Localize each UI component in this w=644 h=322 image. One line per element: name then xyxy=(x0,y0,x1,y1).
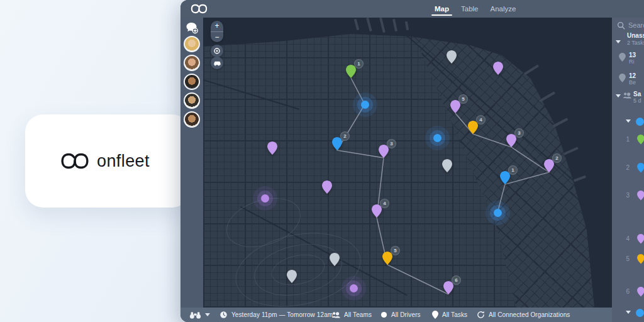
stop-number-badge: 2 xyxy=(552,153,562,163)
team-row-title[interactable]: Sa xyxy=(633,91,641,97)
driver-location-dot[interactable] xyxy=(361,101,369,109)
zoom-control: + − xyxy=(211,21,223,42)
onfleet-wordmark: onfleet xyxy=(97,152,150,171)
stop-order-number: 4 xyxy=(622,235,630,242)
stop-number-badge: 1 xyxy=(354,59,364,69)
driver-avatar-3[interactable] xyxy=(184,74,200,90)
traffic-toggle-button[interactable] xyxy=(211,57,223,69)
stop-pin-blue[interactable] xyxy=(637,163,644,175)
driver-dot-icon xyxy=(380,311,387,318)
new-message-add-icon[interactable] xyxy=(185,22,199,34)
driver-row-caret-icon[interactable] xyxy=(626,311,631,314)
stop-number-badge: 5 xyxy=(391,246,400,255)
tasks-filter-label: All Tasks xyxy=(442,311,467,318)
tab-analyze[interactable]: Analyze xyxy=(489,0,518,18)
task-dot-marker[interactable] xyxy=(350,284,358,292)
stop-number-badge: 2 xyxy=(340,131,350,141)
unassigned-task-count: 2 Tasks xyxy=(627,40,644,46)
drivers-filter-label: All Drivers xyxy=(391,311,421,318)
task-pin-icon xyxy=(619,53,626,62)
filter-bar: Yesterday 11pm — Tomorrow 12am All Teams… xyxy=(180,308,612,322)
task-row-subtitle: Be xyxy=(629,79,636,86)
stop-order-number: 6 xyxy=(622,288,630,295)
stop-pin-purple[interactable] xyxy=(637,287,644,299)
onfleet-infinity-logo-small xyxy=(191,4,208,14)
visibility-filter-button[interactable] xyxy=(189,308,210,322)
task-row-subtitle: Ri xyxy=(629,58,635,65)
stop-order-number: 3 xyxy=(622,192,630,199)
search-icon xyxy=(617,21,625,30)
stop-number-badge: 1 xyxy=(508,165,518,175)
task-dot-marker[interactable] xyxy=(261,194,269,203)
team-icon xyxy=(623,92,631,99)
top-bar: Map Table Analyze xyxy=(180,0,644,18)
driver-row-caret-icon[interactable] xyxy=(626,119,631,123)
binoculars-icon xyxy=(189,311,201,319)
unassigned-section-title[interactable]: Unassigned xyxy=(627,32,644,39)
team-row-subtitle: 5 d xyxy=(633,97,641,104)
task-row-title[interactable]: 13 xyxy=(629,52,636,58)
task-panel: Search Unassigned 2 Tasks 13 Ri 12 Be Sa… xyxy=(612,18,644,322)
driver-avatar-1[interactable] xyxy=(184,36,200,52)
stop-order-number: 2 xyxy=(622,164,630,171)
view-tabs: Map Table Analyze xyxy=(433,0,517,18)
stop-pin-purple[interactable] xyxy=(637,191,644,203)
drivers-filter[interactable]: All Drivers xyxy=(380,308,421,322)
task-pin-icon xyxy=(619,74,626,82)
tab-table[interactable]: Table xyxy=(460,0,480,18)
driver-location-dot[interactable] xyxy=(433,134,441,142)
team-icon xyxy=(331,311,340,318)
connected-organizations-filter[interactable]: All Connected Organizations xyxy=(477,308,570,322)
stop-number-badge: 6 xyxy=(452,275,461,285)
task-row-title[interactable]: 12 xyxy=(629,72,636,79)
stop-number-badge: 4 xyxy=(380,199,389,208)
stop-number-badge: 3 xyxy=(514,128,524,138)
driver-rail xyxy=(180,18,203,308)
stop-pin-green[interactable] xyxy=(637,135,644,147)
driver-status-dot[interactable] xyxy=(636,309,644,317)
search-input[interactable]: Search xyxy=(628,21,644,29)
date-range-label: Yesterday 11pm — Tomorrow 12am xyxy=(231,311,333,318)
collapse-caret-icon[interactable] xyxy=(616,94,621,97)
driver-status-dot[interactable] xyxy=(636,118,644,126)
map-canvas[interactable]: 12345654321 + − xyxy=(203,18,612,308)
driver-avatar-2[interactable] xyxy=(184,55,200,71)
teams-filter-label: All Teams xyxy=(344,311,372,318)
onfleet-brand-card: onfleet xyxy=(25,114,190,208)
teams-filter[interactable]: All Teams xyxy=(331,308,372,322)
driver-avatar-5[interactable] xyxy=(184,111,200,128)
zoom-in-button[interactable]: + xyxy=(211,21,223,31)
chevron-down-icon xyxy=(205,313,210,316)
stop-order-number: 1 xyxy=(622,136,630,143)
stop-pin-yellow[interactable] xyxy=(637,254,644,267)
stop-number-badge: 4 xyxy=(476,115,486,125)
recenter-button[interactable] xyxy=(211,45,223,57)
driver-avatar-4[interactable] xyxy=(184,92,200,109)
zoom-out-button[interactable]: − xyxy=(211,31,223,43)
tab-map[interactable]: Map xyxy=(433,0,450,18)
clock-icon xyxy=(219,311,228,319)
stop-number-badge: 3 xyxy=(387,139,396,148)
connected-organizations-label: All Connected Organizations xyxy=(489,311,570,318)
car-icon xyxy=(213,60,221,66)
target-icon xyxy=(213,47,221,55)
date-range-filter[interactable]: Yesterday 11pm — Tomorrow 12am xyxy=(219,308,333,322)
pin-icon xyxy=(432,311,438,319)
stop-pin-purple[interactable] xyxy=(637,234,644,247)
stop-number-badge: 5 xyxy=(458,94,468,104)
stop-order-number: 5 xyxy=(622,255,630,262)
driver-location-dot[interactable] xyxy=(494,209,502,217)
onfleet-infinity-logo xyxy=(60,152,89,170)
tasks-filter[interactable]: All Tasks xyxy=(432,308,467,322)
connected-org-icon xyxy=(477,311,485,319)
collapse-caret-icon[interactable] xyxy=(616,40,621,43)
onfleet-app-window: Map Table Analyze xyxy=(180,0,644,322)
